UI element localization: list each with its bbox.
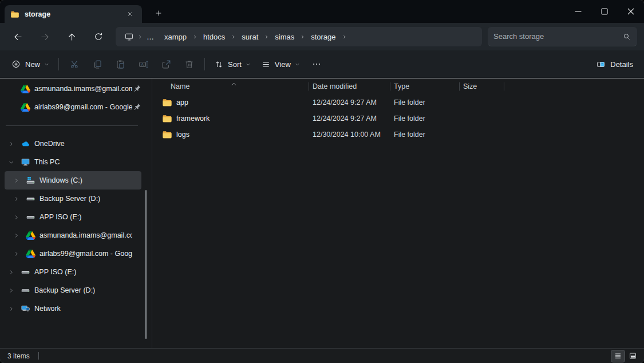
onedrive-icon <box>21 139 30 149</box>
chevron-right-icon <box>13 214 19 220</box>
file-row[interactable]: app 12/24/2024 9:27 AM File folder <box>152 94 644 111</box>
sidebar-item[interactable]: Windows (C:) <box>5 171 141 190</box>
breadcrumb-chevron[interactable] <box>231 34 236 40</box>
new-plus-icon <box>11 59 21 69</box>
breadcrumb-root-this-pc[interactable] <box>120 29 137 45</box>
sidebar-item[interactable]: APP ISO (E:) <box>5 263 141 281</box>
sidebar-item[interactable]: This PC <box>5 153 141 171</box>
new-tab-button[interactable] <box>150 5 167 22</box>
breadcrumb-item[interactable]: storage <box>305 30 341 44</box>
large-icons-view-toggle[interactable] <box>626 350 639 362</box>
file-type: File folder <box>390 98 460 106</box>
delete-button[interactable] <box>177 54 200 74</box>
sidebar-item-chevron[interactable] <box>8 83 19 94</box>
rename-icon: A <box>138 59 149 70</box>
sidebar-item-icon <box>19 285 31 296</box>
breadcrumb-item[interactable]: surat <box>236 30 264 44</box>
sidebar-item-chevron[interactable] <box>8 156 19 168</box>
sidebar-item[interactable]: asmunanda.imams@gmail.com · <box>5 80 141 98</box>
this-pc-icon <box>21 157 30 167</box>
sidebar-item-chevron[interactable] <box>8 285 19 296</box>
chevron-down-icon <box>44 62 49 67</box>
column-header-date-modified[interactable]: Date modified <box>309 78 390 94</box>
sidebar-item-chevron[interactable] <box>13 193 25 204</box>
back-button[interactable] <box>7 27 29 46</box>
sidebar-item[interactable]: Backup Server (D:) <box>5 190 141 208</box>
file-date-modified: 12/24/2024 9:27 AM <box>309 98 390 106</box>
file-row[interactable]: framework 12/24/2024 9:27 AM File folder <box>152 111 644 127</box>
sort-button[interactable]: Sort <box>209 56 256 73</box>
rename-button[interactable]: A <box>132 54 155 74</box>
breadcrumb-chevron[interactable] <box>300 34 305 40</box>
details-pane-label: Details <box>610 60 633 69</box>
sidebar-item-chevron[interactable] <box>13 175 25 186</box>
sidebar-item[interactable]: Network <box>5 299 141 318</box>
drive-icon <box>21 267 30 277</box>
breadcrumb-chevron-icon <box>192 34 197 40</box>
sidebar-item-label: Network <box>34 305 132 313</box>
svg-text:A: A <box>141 62 144 66</box>
breadcrumb-chevron[interactable] <box>342 34 347 40</box>
chevron-down-icon <box>246 62 251 67</box>
breadcrumb-overflow-button[interactable]: … <box>143 33 159 41</box>
sidebar-item-chevron[interactable] <box>8 101 19 113</box>
minimize-button[interactable] <box>565 0 591 23</box>
column-header-type[interactable]: Type <box>390 78 460 94</box>
chevron-right-icon <box>8 287 14 294</box>
sidebar-item-chevron[interactable] <box>8 266 19 278</box>
minimize-icon <box>572 6 584 17</box>
items-count: 3 items <box>7 352 30 360</box>
sidebar-item-icon <box>19 83 31 94</box>
more-options-button[interactable] <box>305 54 328 74</box>
breadcrumb-item[interactable]: simas <box>269 30 300 44</box>
sidebar-item[interactable]: airlabs99@gmail.com - Google ... <box>5 98 141 116</box>
breadcrumb-item[interactable]: xampp <box>159 30 192 44</box>
cut-button[interactable] <box>63 54 86 74</box>
sidebar-scrollbar[interactable] <box>145 190 147 339</box>
tab-close-button[interactable] <box>124 8 136 21</box>
windows-drive-icon <box>26 176 35 186</box>
sort-icon <box>214 60 224 69</box>
breadcrumb-chevron[interactable] <box>264 34 269 40</box>
folder-icon <box>162 97 172 108</box>
breadcrumb-item[interactable]: htdocs <box>197 30 231 44</box>
sidebar-item[interactable]: airlabs99@gmail.com - Google ... ( <box>5 244 141 263</box>
sidebar-item[interactable]: OneDrive <box>5 135 141 153</box>
file-list-header: Name Date modified Type Size <box>152 78 644 94</box>
breadcrumb-chevron-icon <box>300 34 305 40</box>
column-header-size[interactable]: Size <box>460 78 504 94</box>
close-window-button[interactable] <box>618 0 644 23</box>
details-pane-button[interactable]: Details <box>590 56 638 73</box>
forward-button[interactable] <box>34 27 56 46</box>
maximize-button[interactable] <box>591 0 618 23</box>
folder-icon <box>162 113 172 124</box>
file-type: File folder <box>390 131 460 139</box>
new-button[interactable]: New <box>6 55 54 73</box>
details-view-toggle[interactable] <box>611 350 625 362</box>
file-row[interactable]: logs 12/30/2024 10:00 AM File folder <box>152 127 644 143</box>
breadcrumb-chevron[interactable] <box>192 34 197 40</box>
tab-storage[interactable]: storage <box>5 5 142 23</box>
sidebar-item-chevron[interactable] <box>8 303 19 314</box>
sidebar-item-chevron[interactable] <box>13 248 25 259</box>
copy-button[interactable] <box>86 54 109 74</box>
refresh-button[interactable] <box>88 27 109 46</box>
sidebar-item[interactable]: Backup Server (D:) <box>5 281 141 299</box>
sidebar-item[interactable]: asmunanda.imams@gmail.com - ( <box>5 226 141 244</box>
sidebar-item-icon <box>19 101 31 113</box>
share-button[interactable] <box>155 54 177 74</box>
sidebar-item-icon <box>25 175 36 186</box>
sidebar-item-chevron[interactable] <box>13 230 25 241</box>
paste-icon <box>115 59 126 70</box>
sidebar-item-chevron[interactable] <box>13 211 25 223</box>
view-button[interactable]: View <box>256 56 305 73</box>
sidebar-item-chevron[interactable] <box>8 138 19 149</box>
forward-arrow-icon <box>39 31 50 42</box>
up-button[interactable] <box>61 27 82 46</box>
search-input[interactable] <box>493 32 622 41</box>
chevron-right-icon <box>8 269 14 275</box>
paste-button[interactable] <box>109 54 132 74</box>
sidebar-item[interactable]: APP ISO (E:) <box>5 208 141 226</box>
column-header-name[interactable]: Name <box>152 78 309 94</box>
file-icon-slot <box>162 113 172 124</box>
